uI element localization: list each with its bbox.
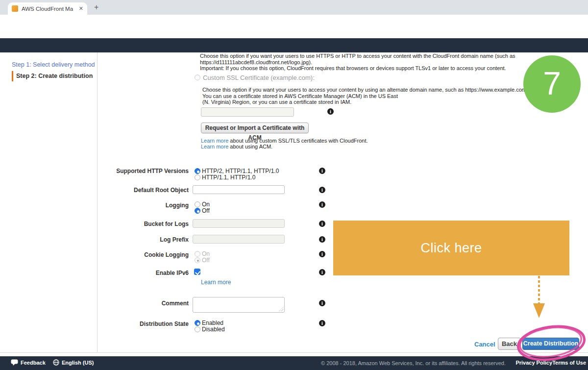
sidebar-divider	[97, 52, 98, 352]
language-selector[interactable]: English (US)	[62, 360, 94, 366]
http2-radio-label: HTTP/2, HTTP/1.1, HTTP/1.0	[202, 168, 279, 174]
highlight-ellipse-annotation-icon	[510, 320, 588, 369]
state-enabled-label: Enabled	[202, 320, 223, 326]
http11-radio-label: HTTP/1.1, HTTP/1.0	[202, 174, 255, 181]
ipv6-learn-more-link[interactable]: Learn more	[201, 279, 231, 286]
state-disabled-label: Disabled	[202, 326, 225, 333]
ssl-intro-paragraph: Choose this option if you want your user…	[200, 53, 577, 72]
learn-more-link[interactable]: Learn more	[201, 138, 228, 144]
info-icon[interactable]: i	[319, 300, 325, 306]
label-enable-ipv6: Enable IPv6	[98, 270, 189, 276]
browser-tab-strip: AWS CloudFront Management ✕ +	[0, 0, 588, 15]
state-disabled-radio[interactable]	[195, 326, 200, 332]
certificate-input[interactable]	[201, 107, 294, 117]
http11-radio[interactable]	[195, 174, 200, 180]
label-default-root-object: Default Root Object	[98, 187, 189, 194]
learn-more-link[interactable]: Learn more	[201, 144, 228, 149]
logging-on-radio[interactable]	[195, 201, 200, 207]
info-icon[interactable]: i	[319, 221, 325, 227]
label-log-prefix: Log Prefix	[98, 236, 189, 243]
step-number-annotation: 7	[523, 55, 581, 113]
comment-textarea[interactable]	[193, 297, 285, 313]
click-here-annotation: Click here	[333, 221, 569, 275]
learn-more-acm: Learn more about using ACM.	[201, 144, 272, 150]
resize-grip-icon[interactable]	[279, 307, 283, 311]
info-icon[interactable]: i	[319, 320, 325, 326]
info-icon[interactable]: i	[319, 168, 325, 174]
info-icon[interactable]: i	[319, 187, 325, 193]
globe-icon	[53, 359, 59, 366]
label-bucket-for-logs: Bucket for Logs	[98, 221, 189, 227]
label-distribution-state: Distribution State	[98, 321, 189, 327]
label-logging: Logging	[98, 202, 189, 209]
aws-navbar: aws Services Resource Groups Global Supp…	[0, 38, 588, 52]
sidebar-step2-current: Step 2: Create distribution	[16, 73, 93, 79]
logging-on-label: On	[202, 201, 210, 208]
active-step-marker	[12, 71, 13, 81]
arrow-down-annotation-icon	[528, 275, 550, 321]
feedback-bubble-icon	[11, 359, 18, 366]
feedback-link[interactable]: Feedback	[21, 360, 46, 366]
copyright-text: © 2008 - 2018, Amazon Web Services, Inc.…	[321, 360, 506, 366]
enable-ipv6-checkbox[interactable]	[194, 269, 200, 275]
custom-ssl-radio[interactable]	[195, 74, 200, 80]
bookmarks-bar	[0, 28, 588, 38]
label-cookie-logging: Cookie Logging	[98, 251, 189, 258]
state-enabled-radio[interactable]	[195, 320, 200, 326]
sidebar-step1-link[interactable]: Step 1: Select delivery method	[12, 61, 95, 68]
browser-toolbar: ← → ⟳ console.aws.amazon.com/cloudfront/…	[0, 15, 588, 28]
step-number-text: 7	[523, 55, 581, 111]
footer-separator	[0, 352, 588, 353]
custom-ssl-description: Choose this option if you want your user…	[202, 87, 555, 105]
new-tab-button[interactable]: +	[94, 3, 98, 12]
default-root-object-input[interactable]	[193, 185, 285, 194]
aws-favicon-icon	[12, 5, 18, 12]
custom-ssl-radio-label: Custom SSL Certificate (example.com):	[203, 74, 315, 81]
cookie-logging-on-radio	[195, 251, 200, 257]
cookie-logging-on-label: On	[202, 250, 210, 257]
label-comment: Comment	[98, 300, 189, 307]
request-certificate-button[interactable]: Request or Import a Certificate with ACM	[201, 123, 309, 133]
close-tab-icon[interactable]: ✕	[79, 5, 83, 12]
http2-radio[interactable]	[195, 168, 200, 174]
info-icon[interactable]: i	[319, 251, 325, 257]
log-prefix-input	[193, 235, 285, 244]
info-icon[interactable]: i	[319, 201, 325, 208]
logging-off-label: Off	[202, 207, 210, 214]
bucket-for-logs-input	[193, 219, 285, 228]
browser-tab[interactable]: AWS CloudFront Management ✕	[8, 2, 87, 15]
cancel-link[interactable]: Cancel	[474, 341, 495, 348]
logging-off-radio[interactable]	[195, 208, 200, 214]
info-icon[interactable]: i	[327, 108, 334, 115]
label-http-versions: Supported HTTP Versions	[98, 168, 189, 174]
learn-more-ssl: Learn more about using custom SSL/TLS ce…	[201, 138, 368, 144]
tab-title: AWS CloudFront Management	[22, 6, 73, 12]
cookie-logging-off-radio	[195, 257, 200, 263]
cookie-logging-off-label: Off	[202, 257, 210, 264]
info-icon[interactable]: i	[319, 236, 325, 243]
click-here-text: Click here	[420, 241, 482, 256]
info-icon[interactable]: i	[319, 269, 325, 275]
